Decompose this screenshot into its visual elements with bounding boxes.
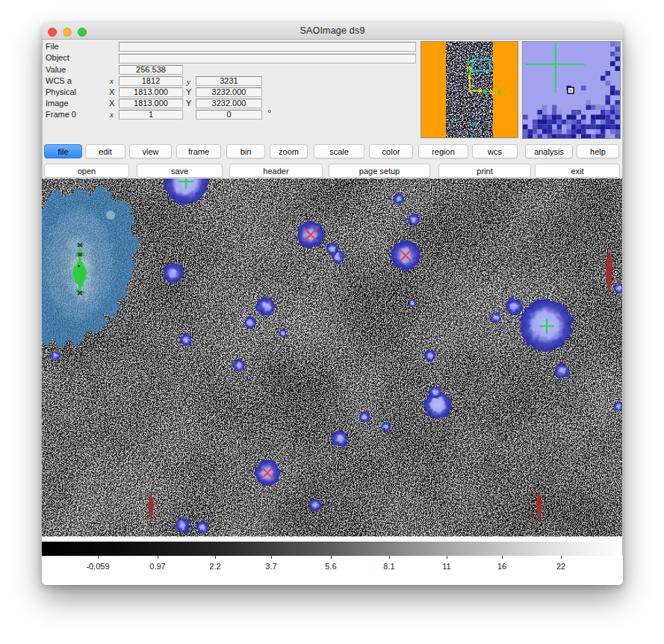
svg-text:N: N xyxy=(467,64,472,72)
svg-text:E: E xyxy=(490,87,494,96)
svg-text:X: X xyxy=(497,87,502,96)
